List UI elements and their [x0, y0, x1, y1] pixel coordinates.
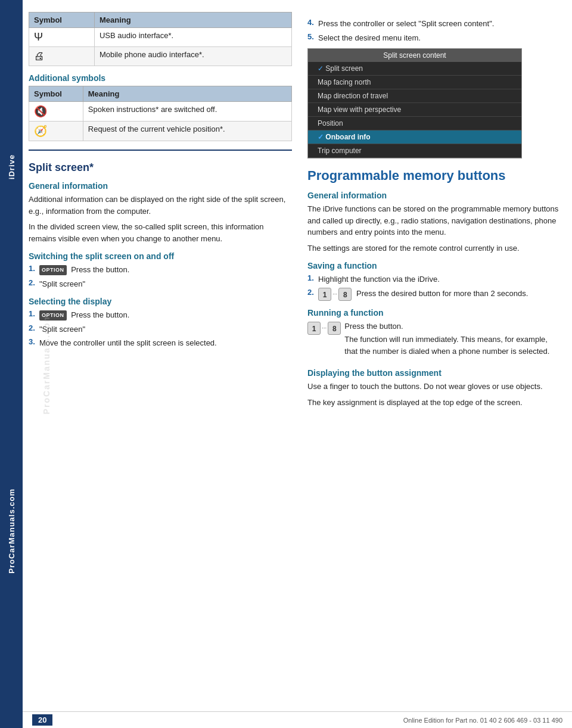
- split-screen-title: Split screen content: [308, 49, 521, 62]
- table-row: Ψ USB audio interface*.: [29, 28, 292, 47]
- split-item-map-direction: Map direction of travel: [308, 89, 521, 103]
- step-text: OPTION Press the button.: [39, 309, 292, 321]
- meaning-cell: USB audio interface*.: [94, 28, 291, 47]
- footer: 20 Online Edition for Part no. 01 40 2 6…: [23, 711, 572, 728]
- sidebar-label-procarmanuals: ProCarManuals.com: [7, 489, 16, 574]
- step-num: 2.: [29, 323, 39, 332]
- step-text: OPTION Press the button.: [39, 264, 292, 276]
- sidebar-label-idrive: iDrive: [7, 154, 16, 179]
- symbol-table-2: Symbol Meaning 🔇 Spoken instructions* ar…: [29, 86, 292, 141]
- step-num: 1.: [307, 273, 318, 282]
- footer-text: Online Edition for Part no. 01 40 2 606 …: [403, 717, 562, 724]
- step-text: Highlight the function via the iDrive.: [318, 273, 561, 285]
- running-text1: Press the button.: [344, 321, 561, 332]
- split-screen-mockup: Split screen content Split screen Map fa…: [307, 48, 522, 158]
- programmable-general-text2: The settings are stored for the remote c…: [307, 242, 561, 254]
- split-screen-heading: Split screen*: [29, 161, 292, 174]
- option-button-icon: OPTION: [39, 310, 67, 321]
- saving-step-1: 1. Highlight the function via the iDrive…: [307, 273, 561, 285]
- divider: [29, 150, 292, 151]
- step-num: 1.: [29, 264, 39, 273]
- general-info-heading-left: General information: [29, 181, 292, 191]
- symbol-cell: 🔇: [29, 102, 83, 122]
- split-item-position: Position: [308, 117, 521, 130]
- running-text-block: Press the button. The function will run …: [344, 321, 561, 362]
- split-item-trip-computer: Trip computer: [308, 144, 521, 158]
- selecting-step-2: 2. "Split screen": [29, 323, 292, 335]
- meaning-cell: Spoken instructions* are switched off.: [83, 102, 291, 122]
- selecting-step-1: 1. OPTION Press the button.: [29, 309, 292, 321]
- step-text: 1 ··· 8 Press the desired button for mor…: [318, 288, 561, 301]
- programmable-general-text1: The iDrive functions can be stored on th…: [307, 203, 561, 238]
- step-text: "Split screen": [39, 323, 292, 335]
- table-row: 🧭 Request of the current vehicle positio…: [29, 122, 292, 141]
- additional-symbols-heading: Additional symbols: [29, 73, 292, 83]
- step-num: 2.: [29, 278, 39, 287]
- step-num: 5.: [307, 32, 318, 41]
- selecting-heading: Selecting the display: [29, 297, 292, 306]
- table-row: 🖨 Mobile phone audio interface*.: [29, 47, 292, 66]
- split-item-map-north: Map facing north: [308, 76, 521, 89]
- step-text: Select the desired menu item.: [318, 32, 561, 44]
- symbol-table-1: Symbol Meaning Ψ USB audio interface*. 🖨…: [29, 12, 292, 66]
- split-item-map-perspective: Map view with perspective: [308, 103, 521, 117]
- symbol-cell: 🧭: [29, 122, 83, 141]
- displaying-heading: Displaying the button assignment: [307, 368, 561, 378]
- step-num: 2.: [307, 288, 318, 297]
- sidebar: iDrive ProCarManuals.com: [0, 0, 23, 728]
- col-header-meaning-2: Meaning: [83, 86, 291, 102]
- step-num: 1.: [29, 309, 39, 318]
- step-5: 5. Select the desired menu item.: [307, 32, 561, 44]
- col-header-symbol-2: Symbol: [29, 86, 83, 102]
- step-num: 3.: [29, 337, 39, 346]
- memory-button-run-icon: 1 ··· 8: [307, 322, 341, 335]
- step-num: 4.: [307, 18, 318, 27]
- split-item-split-screen: Split screen: [308, 62, 521, 76]
- col-header-meaning-1: Meaning: [94, 13, 291, 28]
- switching-heading: Switching the split screen on and off: [29, 251, 292, 261]
- step-text: Press the controller or select "Split sc…: [318, 18, 561, 30]
- switching-step-1: 1. OPTION Press the button.: [29, 264, 292, 276]
- meaning-cell: Request of the current vehicle position*…: [83, 122, 291, 141]
- general-info-text2: In the divided screen view, the so-calle…: [29, 221, 292, 244]
- displaying-text1: Use a finger to touch the buttons. Do no…: [307, 381, 561, 393]
- selecting-step-3: 3. Move the controller until the split s…: [29, 337, 292, 349]
- step-text: Move the controller until the split scre…: [39, 337, 292, 349]
- table-row: 🔇 Spoken instructions* are switched off.: [29, 102, 292, 122]
- page-number: 20: [32, 714, 52, 726]
- memory-button-1-icon: 1 ··· 8: [318, 288, 352, 301]
- general-info-text1: Additional information can be displayed …: [29, 194, 292, 217]
- switching-step-2: 2. "Split screen": [29, 278, 292, 290]
- saving-heading: Saving a function: [307, 261, 561, 270]
- left-column: Symbol Meaning Ψ USB audio interface*. 🖨…: [23, 6, 303, 418]
- symbol-cell: Ψ: [29, 28, 95, 47]
- programmable-memory-heading: Programmable memory buttons: [307, 168, 561, 183]
- meaning-cell: Mobile phone audio interface*.: [94, 47, 291, 66]
- saving-step-2: 2. 1 ··· 8 Press the desired button for …: [307, 288, 561, 301]
- running-step-row: 1 ··· 8 Press the button. The function w…: [307, 321, 561, 362]
- displaying-text2: The key assignment is displayed at the t…: [307, 397, 561, 409]
- col-header-symbol-1: Symbol: [29, 13, 95, 28]
- split-item-onboard-info: Onboard info: [308, 130, 521, 144]
- step-text: "Split screen": [39, 278, 292, 290]
- main-content: Symbol Meaning Ψ USB audio interface*. 🖨…: [23, 0, 572, 436]
- step-4: 4. Press the controller or select "Split…: [307, 18, 561, 30]
- symbol-cell: 🖨: [29, 47, 95, 66]
- general-info-heading-right: General information: [307, 191, 561, 200]
- right-column: 4. Press the controller or select "Split…: [303, 6, 567, 418]
- option-button-icon: OPTION: [39, 265, 67, 276]
- running-heading: Running a function: [307, 308, 561, 318]
- running-text2: The function will run immediately. This …: [344, 334, 561, 357]
